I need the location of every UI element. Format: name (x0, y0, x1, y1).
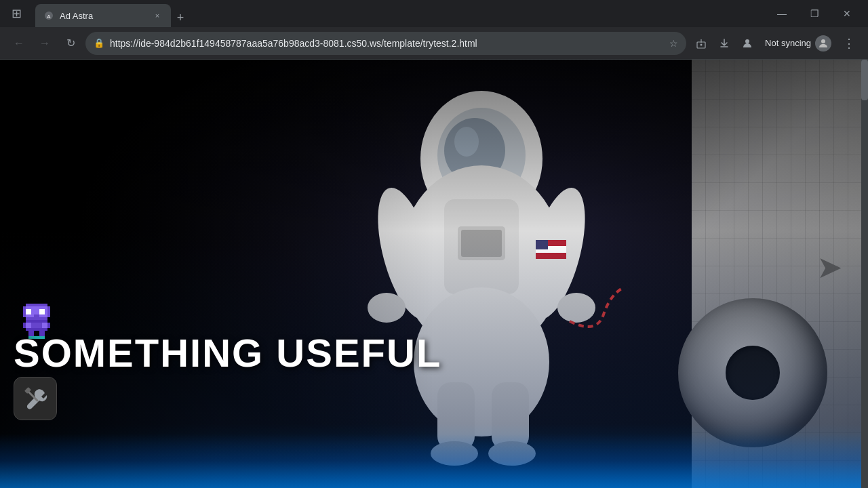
tab-favicon: A (43, 10, 54, 21)
active-tab[interactable]: A Ad Astra × (35, 4, 171, 27)
toolbar-actions: Not syncing ⋮ (690, 33, 860, 54)
maximize-button[interactable]: ❐ (799, 0, 830, 27)
minimize-button[interactable]: — (766, 0, 797, 27)
new-tab-button[interactable]: + (171, 8, 190, 27)
reload-button[interactable]: ↻ (60, 33, 81, 54)
scene-overlay (0, 60, 868, 488)
url-text: https://ide-984d2b61f149458787aaa5a76b98… (110, 38, 664, 49)
forward-button[interactable]: → (34, 33, 56, 54)
browser-window: ⊞ A Ad Astra × + — ❐ ✕ ← → (0, 0, 868, 488)
tab-strip-control[interactable]: ⊞ (5, 3, 27, 24)
not-syncing-label: Not syncing (765, 38, 811, 48)
svg-point-3 (701, 43, 703, 45)
lock-icon: 🔒 (94, 38, 104, 48)
toolbar: ← → ↻ 🔒 https://ide-984d2b61f149458787aa… (0, 27, 868, 60)
earth-horizon (0, 434, 868, 488)
page-content: ➤ (0, 60, 868, 488)
tools-icon-button[interactable] (14, 377, 57, 420)
extensions-icon[interactable] (690, 33, 712, 54)
scrollbar-thumb[interactable] (861, 60, 868, 100)
svg-text:A: A (47, 14, 51, 20)
tab-title: Ad Astra (60, 11, 146, 21)
page-headline: SOMETHING USEFUL (14, 333, 441, 373)
svg-point-5 (821, 39, 825, 43)
tab-bar: A Ad Astra × + (35, 0, 761, 27)
title-bar: ⊞ A Ad Astra × + — ❐ ✕ (0, 0, 868, 27)
scrollbar[interactable] (861, 60, 868, 488)
back-button[interactable]: ← (8, 33, 30, 54)
close-button[interactable]: ✕ (831, 0, 863, 27)
window-controls: ⊞ (5, 3, 27, 24)
profile-avatar (815, 35, 831, 52)
not-syncing-button[interactable]: Not syncing (760, 33, 837, 54)
address-bar[interactable]: 🔒 https://ide-984d2b61f149458787aaa5a76b… (85, 32, 686, 55)
svg-point-4 (745, 39, 749, 43)
window-buttons: — ❐ ✕ (766, 0, 863, 27)
bookmark-star-icon: ☆ (669, 38, 678, 49)
profile-icon[interactable] (736, 33, 758, 54)
downloads-icon[interactable] (713, 33, 735, 54)
tab-close-button[interactable]: × (152, 10, 163, 21)
more-options-button[interactable]: ⋮ (838, 33, 860, 54)
